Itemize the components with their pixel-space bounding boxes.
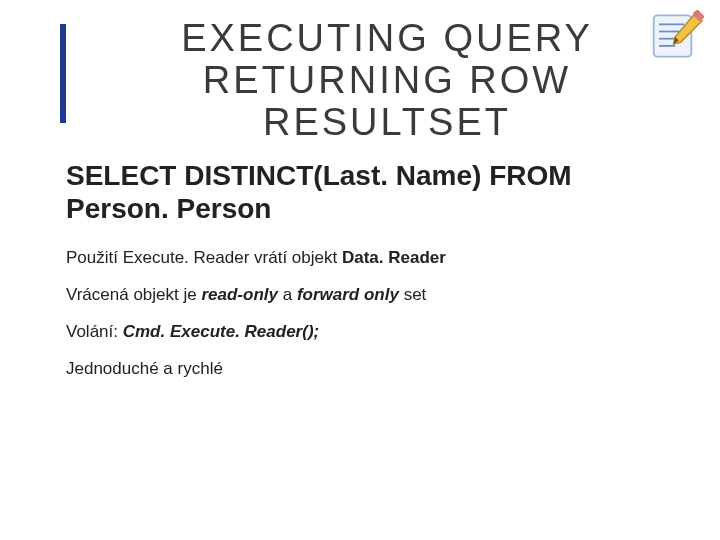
body-text: Použití Execute. Reader vrátí objekt Dat… [60,247,680,381]
body-line-4: Jednoduché a rychlé [66,358,680,381]
slide: EXECUTING QUERY RETURNING ROW RESULTSET … [0,0,720,540]
text-bold-italic: Cmd. Execute. Reader(); [123,322,320,341]
text: a [278,285,297,304]
body-line-3: Volání: Cmd. Execute. Reader(); [66,321,680,344]
title-accent-bar [60,24,66,123]
slide-subtitle: SELECT DISTINCT(Last. Name) FROM Person.… [66,159,680,225]
text: set [399,285,426,304]
body-line-1: Použití Execute. Reader vrátí objekt Dat… [66,247,680,270]
text: Volání: [66,322,123,341]
text: Vrácená objekt je [66,285,201,304]
text: Použití Execute. Reader vrátí objekt [66,248,342,267]
title-block: EXECUTING QUERY RETURNING ROW RESULTSET [60,18,680,143]
text-bold: Data. Reader [342,248,446,267]
text-bold-italic: read-only [201,285,278,304]
body-line-2: Vrácená objekt je read-only a forward on… [66,284,680,307]
slide-title: EXECUTING QUERY RETURNING ROW RESULTSET [94,18,680,143]
text-bold-italic: forward only [297,285,399,304]
